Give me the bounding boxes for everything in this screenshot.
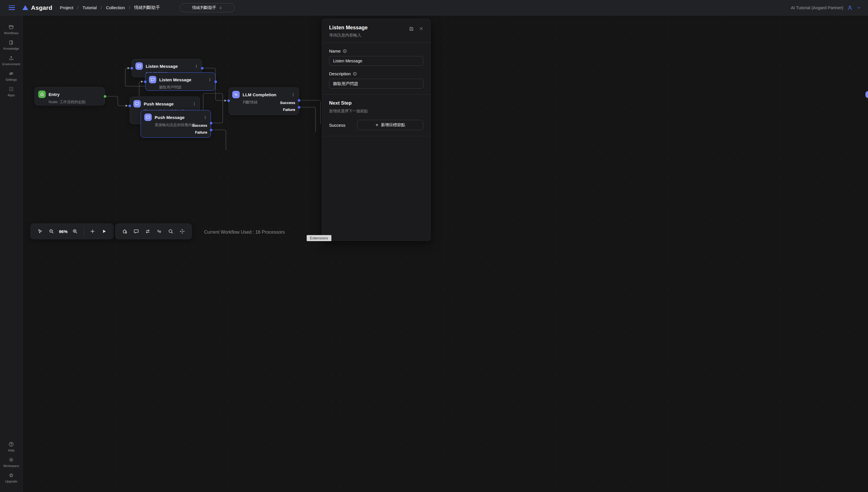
next-step-subtitle: 新增或選擇下一個節點 [329, 108, 423, 114]
sidebar-item-label: Workflows [4, 31, 19, 35]
output-label-success[interactable]: Success [280, 101, 295, 105]
connection-port[interactable] [210, 129, 213, 131]
node-title: Entry [49, 92, 101, 97]
node-subtitle: Node: 工作流程的起點 [49, 99, 101, 105]
node-title: LLM Completion [243, 92, 288, 97]
breadcrumb: Project/Tutorial/Collection/情緒判斷助手 [60, 5, 160, 10]
play-icon [101, 228, 107, 234]
sidebar-item-label: Environment [2, 63, 20, 66]
panel-subtitle: 等待訊息內容輸入 [329, 33, 409, 38]
plus-icon: + [376, 122, 378, 128]
search-icon [168, 228, 174, 234]
zoom-out-button[interactable] [46, 226, 57, 237]
edge-arrowhead-icon [128, 67, 130, 69]
upload-icon [8, 55, 14, 61]
move-icon [179, 228, 185, 234]
chevron-updown-icon [219, 6, 222, 10]
connection-port[interactable] [215, 80, 217, 83]
next-step-title: Next Step [329, 100, 423, 106]
node-title: Push Message [155, 115, 200, 120]
kebab-menu-icon[interactable] [291, 93, 295, 97]
asgard-logo-icon[interactable] [22, 5, 28, 10]
name-input[interactable] [329, 56, 423, 66]
connection-port[interactable] [201, 67, 203, 70]
connection-port[interactable] [210, 122, 213, 124]
node-title: Listen Message [159, 77, 205, 82]
kebab-menu-icon[interactable] [208, 78, 212, 82]
sidebar-item-knowledge[interactable]: Knowledge [1, 40, 22, 50]
name-field-label: Name [329, 49, 341, 53]
extensions-tool-button[interactable] [177, 226, 188, 237]
message-node-tool-button[interactable] [131, 226, 142, 237]
zoom-in-button[interactable] [70, 226, 80, 237]
hamburger-menu-icon[interactable] [9, 5, 15, 10]
sidebar-item-apps[interactable]: Apps [1, 86, 22, 97]
plus-icon [90, 228, 95, 234]
breadcrumb-item-tutorial[interactable]: Tutorial [82, 5, 97, 10]
search-tool-button[interactable] [166, 226, 176, 237]
connection-port[interactable] [298, 99, 300, 102]
description-input[interactable] [329, 79, 423, 89]
bubble-icon [133, 228, 139, 234]
breadcrumb-separator: / [129, 5, 130, 10]
breadcrumb-separator: / [101, 5, 102, 10]
workflow-usage-status: Current Workflow Used : 16 Processors [204, 230, 285, 235]
connection-port[interactable] [227, 99, 230, 102]
llm-node-tool-button[interactable] [154, 226, 165, 237]
kebab-menu-icon[interactable] [192, 102, 196, 106]
bulb-icon [156, 228, 162, 234]
connection-port[interactable] [298, 106, 300, 108]
zoom-level-value: 96% [58, 229, 69, 234]
sidebar-item-label: Knowledge [3, 47, 19, 50]
zoomout-icon [49, 228, 54, 234]
select-tool-button[interactable] [35, 226, 45, 237]
kebab-menu-icon[interactable] [194, 64, 198, 68]
breadcrumb-item-project[interactable]: Project [60, 5, 73, 10]
app-header: Asgard Project/Tutorial/Collection/情緒判斷助… [0, 0, 434, 16]
workflow-node-llm-1[interactable]: LLM Completion判斷情緒SuccessFailure [228, 88, 299, 115]
bubble-node-icon [133, 100, 141, 107]
canvas-toolbar-nodes [115, 223, 192, 239]
add-node-button[interactable] [88, 226, 98, 237]
edge-arrowhead-icon [141, 80, 143, 83]
breadcrumb-item-collection[interactable]: Collection [106, 5, 125, 10]
sidebar-item-environment[interactable]: Environment [1, 55, 22, 66]
node-title: Push Message [144, 101, 190, 106]
breadcrumb-separator: / [77, 5, 78, 10]
sliders-icon [8, 71, 14, 76]
connection-port[interactable] [128, 105, 131, 107]
workflow-selector-dropdown[interactable]: 情緒判斷助手 [180, 3, 235, 13]
workflow-node-push-2[interactable]: Push Message直接輸出訊息的回應內容SuccessFailure [141, 110, 211, 138]
add-target-node-button[interactable]: + 新增目標節點 [357, 120, 423, 130]
node-title: Listen Message [146, 64, 192, 69]
workflow-node-listen-2[interactable]: Listen Message聽取用戶問題 [145, 72, 216, 91]
info-icon[interactable] [353, 72, 357, 76]
output-label-failure[interactable]: Failure [195, 130, 207, 134]
connection-port[interactable] [130, 67, 133, 70]
output-label-success[interactable]: Success [192, 123, 207, 128]
description-field-label: Description [329, 71, 351, 76]
output-label-failure[interactable]: Failure [283, 107, 295, 112]
run-workflow-button[interactable] [99, 226, 109, 237]
bubble-node-icon [144, 114, 152, 121]
sidebar-item-workflows[interactable]: Workflows [1, 24, 22, 35]
workflow-node-entry[interactable]: EntryNode: 工作流程的起點 [34, 87, 105, 105]
connection-port[interactable] [144, 80, 147, 83]
switch-node-tool-button[interactable] [143, 226, 153, 237]
node-properties-panel: Listen Message 等待訊息內容輸入 Name Description… [322, 19, 430, 241]
bulb-node-icon [232, 91, 240, 98]
close-icon[interactable] [419, 26, 423, 31]
add-target-node-label: 新增目標節點 [381, 122, 405, 128]
kebab-menu-icon[interactable] [203, 115, 207, 120]
book-icon [8, 40, 14, 45]
cursor-icon [37, 228, 43, 234]
info-icon[interactable] [343, 49, 347, 53]
sidebar-item-settings[interactable]: Settings [1, 71, 22, 81]
breadcrumb-item-情緒判斷助手[interactable]: 情緒判斷助手 [134, 5, 160, 10]
extensions-tooltip: Extensions [307, 235, 331, 241]
save-icon[interactable] [409, 26, 414, 31]
output-port-green[interactable] [104, 95, 106, 98]
grid-icon [8, 86, 14, 92]
entry-node-tool-button[interactable] [120, 226, 130, 237]
folder-icon [8, 24, 14, 30]
